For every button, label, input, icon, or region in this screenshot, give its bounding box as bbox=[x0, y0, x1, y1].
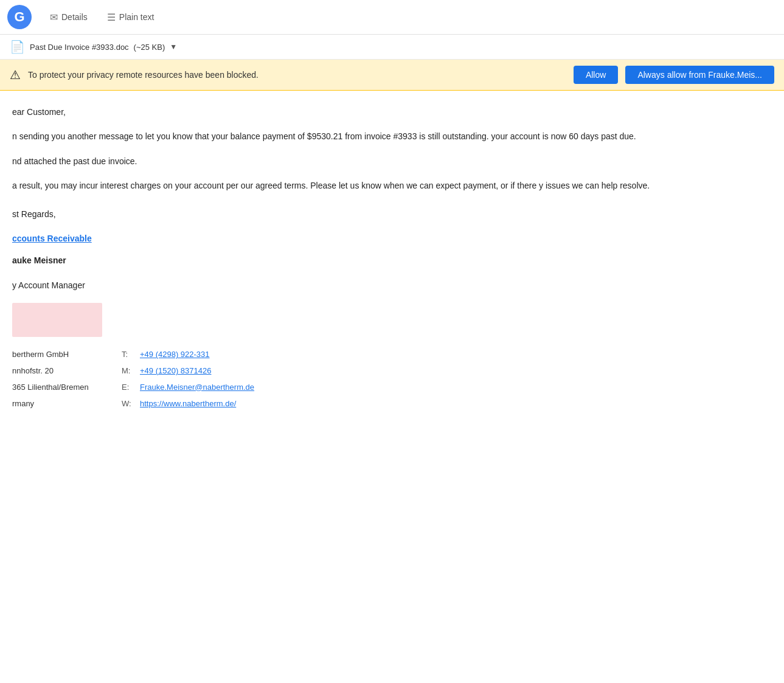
mobile-value[interactable]: +49 (1520) 8371426 bbox=[140, 363, 259, 380]
email-value[interactable]: Frauke.Meisner@nabertherm.de bbox=[140, 380, 259, 396]
city-address: 365 Lilienthal/Bremen bbox=[12, 380, 122, 396]
header-tabs: ✉ Details ☰ Plain text bbox=[41, 7, 162, 28]
email-paragraph-1: n sending you another message to let you… bbox=[12, 130, 772, 143]
email-greeting: ear Customer, bbox=[12, 105, 772, 119]
email-paragraph-3: a result, you may incur interest charges… bbox=[12, 179, 772, 192]
email-link[interactable]: Frauke.Meisner@nabertherm.de bbox=[140, 383, 254, 392]
company-name: bertherm GmbH bbox=[12, 347, 122, 363]
phone-label: T: bbox=[122, 347, 140, 363]
company-logo bbox=[12, 303, 102, 337]
app-logo: G bbox=[7, 5, 32, 29]
table-row: rmany W: https://www.nabertherm.de/ bbox=[12, 396, 259, 412]
privacy-message: To protect your privacy remote resources… bbox=[28, 70, 566, 80]
web-link[interactable]: https://www.nabertherm.de/ bbox=[140, 399, 236, 408]
email-body: ear Customer, n sending you another mess… bbox=[0, 91, 784, 436]
attachment-name: Past Due Invoice #3933.doc bbox=[30, 43, 129, 52]
tab-details[interactable]: ✉ Details bbox=[41, 7, 96, 28]
email-label: E: bbox=[122, 380, 140, 396]
country-address: rmany bbox=[12, 396, 122, 412]
header-bar: G ✉ Details ☰ Plain text bbox=[0, 0, 784, 35]
mail-icon: ✉ bbox=[50, 12, 58, 23]
email-closing: st Regards, bbox=[12, 207, 772, 221]
web-label: W: bbox=[122, 396, 140, 412]
warning-icon: ⚠ bbox=[10, 68, 21, 82]
mobile-label: M: bbox=[122, 363, 140, 380]
table-row: 365 Lilienthal/Bremen E: Frauke.Meisner@… bbox=[12, 380, 259, 396]
table-row: nnhofstr. 20 M: +49 (1520) 8371426 bbox=[12, 363, 259, 380]
tab-plain-text[interactable]: ☰ Plain text bbox=[99, 7, 163, 28]
tab-details-label: Details bbox=[61, 12, 88, 22]
attachment-size: (~25 KB) bbox=[134, 43, 165, 52]
web-value[interactable]: https://www.nabertherm.de/ bbox=[140, 396, 259, 412]
tab-plain-text-label: Plain text bbox=[119, 12, 154, 22]
phone-link[interactable]: +49 (4298) 922-331 bbox=[140, 350, 210, 359]
always-allow-button[interactable]: Always allow from Frauke.Meis... bbox=[625, 66, 774, 84]
street-address: nnhofstr. 20 bbox=[12, 363, 122, 380]
allow-button[interactable]: Allow bbox=[574, 66, 618, 84]
mobile-link[interactable]: +49 (1520) 8371426 bbox=[140, 366, 211, 375]
document-icon: 📄 bbox=[10, 40, 25, 54]
signature-title: y Account Manager bbox=[12, 279, 772, 292]
email-paragraph-2: nd attached the past due invoice. bbox=[12, 154, 772, 168]
phone-value[interactable]: +49 (4298) 922-331 bbox=[140, 347, 259, 363]
privacy-banner: ⚠ To protect your privacy remote resourc… bbox=[0, 60, 784, 91]
menu-icon: ☰ bbox=[107, 12, 116, 23]
dept-link[interactable]: ccounts Receivable bbox=[12, 234, 92, 243]
signature-name: auke Meisner bbox=[12, 254, 772, 267]
table-row: bertherm GmbH T: +49 (4298) 922-331 bbox=[12, 347, 259, 363]
attachment-dropdown-icon[interactable]: ▼ bbox=[170, 43, 177, 51]
attachment-bar: 📄 Past Due Invoice #3933.doc (~25 KB) ▼ bbox=[0, 35, 784, 60]
signature-block: st Regards, ccounts Receivable auke Meis… bbox=[12, 207, 772, 412]
contact-table: bertherm GmbH T: +49 (4298) 922-331 nnho… bbox=[12, 347, 259, 412]
